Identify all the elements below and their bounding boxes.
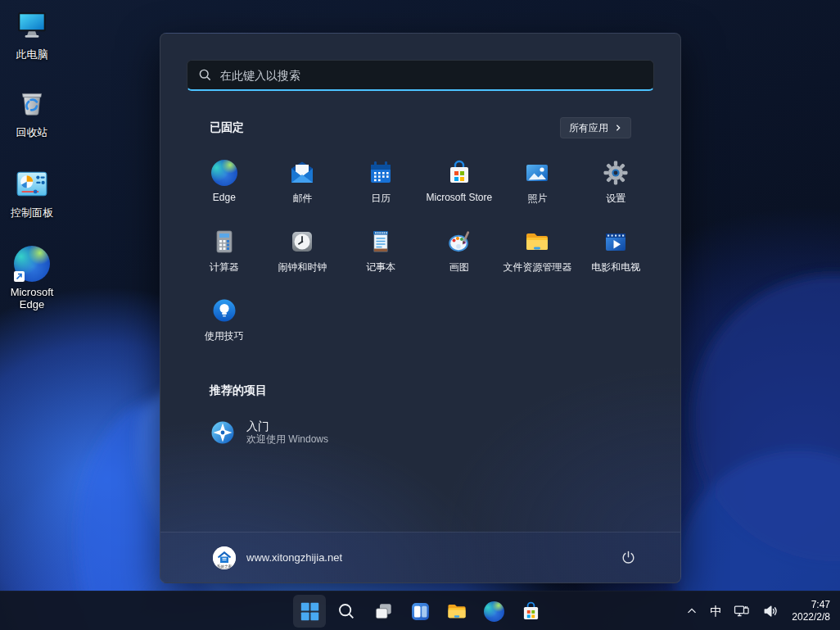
pinned-app-calendar[interactable]: 日历 [341, 152, 420, 221]
site-logo-icon: 系统之家 [213, 546, 236, 569]
clock-date: 2022/2/8 [792, 611, 830, 623]
desktop-icon-label: 此电脑 [16, 48, 48, 61]
all-apps-button[interactable]: 所有应用 [560, 117, 631, 138]
pinned-app-file-explorer[interactable]: 文件资源管理器 [499, 221, 577, 290]
user-account-button[interactable]: 系统之家 www.xitongzhijia.net [206, 542, 349, 574]
folder-icon [446, 601, 467, 622]
widgets-button[interactable] [404, 595, 436, 628]
movies-icon [603, 229, 629, 255]
microsoft-store-button[interactable] [514, 595, 547, 628]
pinned-app-mail[interactable]: 邮件 [264, 152, 342, 221]
desktop-icon-microsoft-edge[interactable]: Microsoft Edge [0, 244, 64, 310]
taskbar-search-button[interactable] [330, 595, 363, 628]
this-pc-monitor-icon [14, 8, 50, 44]
edge-icon [484, 601, 504, 622]
clock-icon [289, 229, 315, 255]
desktop-screen: 此电脑 回收站 [0, 0, 840, 630]
search-box[interactable] [187, 60, 654, 91]
pinned-app-photos[interactable]: 照片 [499, 152, 577, 221]
calendar-icon [368, 160, 394, 186]
mail-icon [289, 160, 315, 186]
notepad-icon [368, 229, 394, 255]
widgets-icon [410, 601, 431, 622]
tips-bulb-icon [211, 297, 237, 324]
power-icon [621, 550, 636, 565]
ime-indicator[interactable]: 中 [705, 595, 727, 628]
taskbar-clock[interactable]: 7:47 2022/2/8 [785, 599, 835, 623]
desktop-icon-label: 控制面板 [11, 206, 53, 219]
desktop-icon-recycle-bin[interactable]: 回收站 [0, 84, 64, 138]
settings-gear-icon [603, 160, 629, 186]
pinned-app-notepad[interactable]: 记事本 [341, 221, 420, 290]
pinned-app-calculator[interactable]: 计算器 [185, 221, 264, 290]
desktop-icon-label: 回收站 [16, 126, 48, 138]
pinned-app-movies-tv[interactable]: 电影和电视 [576, 221, 655, 290]
pinned-app-paint[interactable]: 画图 [420, 221, 499, 290]
pinned-app-alarms-clock[interactable]: 闹钟和时钟 [264, 221, 342, 290]
calculator-icon [211, 229, 237, 255]
start-menu-footer: 系统之家 www.xitongzhijia.net [160, 532, 680, 582]
clock-time: 7:47 [792, 599, 830, 611]
control-panel-icon [14, 166, 50, 202]
file-explorer-button[interactable] [440, 595, 473, 628]
recommended-section-title: 推荐的项目 [210, 383, 267, 398]
recycle-bin-icon [14, 86, 50, 122]
edge-button[interactable] [477, 595, 510, 628]
task-view-icon [373, 601, 394, 622]
start-button[interactable] [293, 595, 326, 628]
desktop-icon-label: Microsoft Edge [0, 286, 64, 310]
search-icon [198, 68, 212, 82]
desktop-icon-control-panel[interactable]: 控制面板 [0, 165, 64, 219]
pinned-app-microsoft-store[interactable]: Microsoft Store [420, 152, 499, 221]
edge-logo-icon [14, 246, 50, 282]
start-menu: 已固定 所有应用 Edge [160, 33, 681, 583]
chevron-up-icon [684, 604, 699, 619]
pinned-apps-grid: Edge 邮件 [185, 152, 655, 359]
power-button[interactable] [613, 543, 643, 573]
volume-icon [761, 602, 779, 620]
desktop-icon-this-pc[interactable]: 此电脑 [0, 7, 64, 61]
store-icon [446, 160, 472, 186]
svg-text:系统之家: 系统之家 [217, 563, 233, 569]
pinned-section-title: 已固定 [210, 120, 244, 135]
network-button[interactable] [728, 595, 756, 628]
volume-button[interactable] [756, 595, 784, 628]
network-icon [733, 602, 751, 620]
folder-icon [524, 229, 550, 255]
pinned-app-tips[interactable]: 使用技巧 [185, 290, 264, 359]
search-input[interactable] [220, 69, 643, 82]
pinned-app-settings[interactable]: 设置 [576, 152, 655, 221]
photos-icon [524, 160, 550, 186]
edge-icon [211, 160, 237, 186]
shortcut-arrow-icon [14, 271, 25, 282]
task-view-button[interactable] [367, 595, 400, 628]
search-icon [336, 601, 356, 621]
show-hidden-icons-button[interactable] [680, 595, 704, 628]
paint-icon [446, 229, 472, 255]
chevron-right-icon [614, 124, 622, 132]
get-started-icon [210, 419, 236, 446]
recommended-item-get-started[interactable]: 入门 欢迎使用 Windows [200, 413, 462, 452]
pinned-app-edge[interactable]: Edge [185, 152, 264, 221]
start-icon [300, 601, 320, 622]
store-icon [521, 601, 541, 622]
taskbar: 中 [0, 591, 840, 630]
